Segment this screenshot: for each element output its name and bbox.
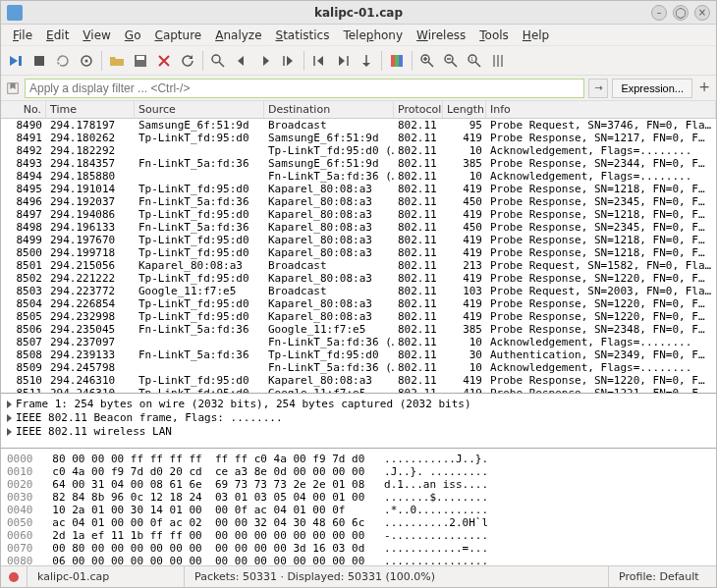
- find-icon[interactable]: [207, 50, 229, 72]
- svg-rect-8: [395, 55, 399, 67]
- hex-row[interactable]: 0070 00 80 00 00 00 00 00 00 00 00 00 00…: [7, 542, 710, 555]
- close-file-icon[interactable]: [153, 50, 175, 72]
- packet-list-body[interactable]: 8490294.178197SamsungE_6f:51:9dBroadcast…: [1, 119, 716, 393]
- expand-icon[interactable]: [7, 401, 12, 408]
- packet-row[interactable]: 8510294.246310Tp-LinkT_fd:95:d0Kaparel_8…: [1, 374, 716, 387]
- col-header-no[interactable]: No.: [1, 101, 46, 118]
- packet-row[interactable]: 8502294.221222Tp-LinkT_fd:95:d0Kaparel_8…: [1, 272, 716, 285]
- menu-analyze[interactable]: Analyze: [209, 27, 267, 44]
- col-header-source[interactable]: Source: [135, 101, 264, 118]
- status-profile[interactable]: Profile: Default: [608, 566, 716, 587]
- hex-row[interactable]: 0000 80 00 00 00 ff ff ff ff ff ff c0 4a…: [7, 453, 710, 465]
- packet-row[interactable]: 8500294.199718Tp-LinkT_fd:95:d0Kaparel_8…: [1, 246, 716, 259]
- col-header-info[interactable]: Info: [486, 101, 716, 118]
- menu-wireless[interactable]: Wireless: [411, 27, 471, 44]
- hex-row[interactable]: 0060 2d 1a ef 11 1b ff ff 00 00 00 00 00…: [7, 529, 710, 542]
- packet-row[interactable]: 8509294.245798Fn-LinkT_5a:fd:36 (…802.11…: [1, 361, 716, 374]
- packet-row[interactable]: 8493294.184357Fn-LinkT_5a:fd:36SamsungE_…: [1, 157, 716, 170]
- add-filter-button[interactable]: +: [696, 79, 712, 98]
- hex-row[interactable]: 0020 64 00 31 04 00 08 61 6e 69 73 73 73…: [7, 478, 710, 491]
- resize-columns-icon[interactable]: [487, 50, 509, 72]
- reload-icon[interactable]: [177, 50, 198, 72]
- packet-row[interactable]: 8504294.226854Tp-LinkT_fd:95:d0Kaparel_8…: [1, 297, 716, 310]
- packet-row[interactable]: 8503294.223772Google_11:f7:e5Broadcast80…: [1, 285, 716, 297]
- svg-rect-7: [391, 55, 395, 67]
- jump-to-icon[interactable]: [278, 50, 300, 72]
- save-file-icon[interactable]: [130, 50, 151, 72]
- svg-point-3: [85, 59, 88, 62]
- packet-row[interactable]: 8490294.178197SamsungE_6f:51:9dBroadcast…: [1, 119, 716, 132]
- window-title: kalipc-01.cap: [1, 6, 716, 20]
- hex-row[interactable]: 0040 10 2a 01 00 30 14 01 00 00 0f ac 04…: [7, 504, 710, 516]
- menu-tools[interactable]: Tools: [473, 27, 515, 44]
- packet-row[interactable]: 8507294.237097Fn-LinkT_5a:fd:36 (…802.11…: [1, 336, 716, 348]
- packet-row[interactable]: 8494294.185880Fn-LinkT_5a:fd:36 (…802.11…: [1, 170, 716, 183]
- menu-view[interactable]: View: [77, 27, 116, 44]
- hex-row[interactable]: 0030 82 84 8b 96 0c 12 18 24 03 01 03 05…: [7, 491, 710, 504]
- zoom-in-icon[interactable]: [416, 50, 438, 72]
- stop-capture-icon[interactable]: [28, 50, 50, 72]
- packet-row[interactable]: 8497294.194086Tp-LinkT_fd:95:d0Kaparel_8…: [1, 208, 716, 221]
- apply-filter-button[interactable]: →: [588, 79, 608, 98]
- packet-details-pane[interactable]: Frame 1: 254 bytes on wire (2032 bits), …: [1, 394, 716, 449]
- menu-telephony[interactable]: Telephony: [337, 27, 409, 44]
- packet-row[interactable]: 8491294.180262Tp-LinkT_fd:95:d0SamsungE_…: [1, 132, 716, 144]
- packet-row[interactable]: 8511294.246310Tp-LinkT_fd:95:d0Google_11…: [1, 387, 716, 393]
- close-button[interactable]: ×: [694, 5, 710, 21]
- packet-row[interactable]: 8492294.182292Tp-LinkT_fd:95:d0 (…802.11…: [1, 144, 716, 157]
- svg-rect-0: [19, 56, 22, 66]
- col-header-protocol[interactable]: Protocol: [394, 101, 443, 118]
- packet-row[interactable]: 8499294.197670Tp-LinkT_fd:95:d0Kaparel_8…: [1, 234, 716, 246]
- bookmark-filter-icon[interactable]: [5, 80, 21, 96]
- expand-icon[interactable]: [7, 414, 12, 422]
- col-header-length[interactable]: Length: [443, 101, 486, 118]
- expand-icon[interactable]: [7, 428, 12, 436]
- packet-list-pane[interactable]: No. Time Source Destination Protocol Len…: [1, 101, 716, 394]
- packet-row[interactable]: 8505294.232998Tp-LinkT_fd:95:d0Kaparel_8…: [1, 310, 716, 323]
- menu-statistics[interactable]: Statistics: [270, 27, 336, 44]
- status-file: kalipc-01.cap: [27, 566, 184, 587]
- restart-capture-icon[interactable]: [52, 50, 74, 72]
- auto-scroll-icon[interactable]: [356, 50, 377, 72]
- go-forward-icon[interactable]: [254, 50, 276, 72]
- packet-row[interactable]: 8501294.215056Kaparel_80:08:a3Broadcast8…: [1, 259, 716, 272]
- expression-button[interactable]: Expression...: [612, 79, 692, 98]
- maximize-button[interactable]: ◯: [673, 5, 689, 21]
- detail-tree-item[interactable]: IEEE 802.11 wireless LAN: [7, 425, 710, 439]
- zoom-reset-icon[interactable]: 1: [464, 50, 485, 72]
- open-file-icon[interactable]: [106, 50, 128, 72]
- svg-rect-5: [137, 56, 144, 60]
- menu-edit[interactable]: Edit: [40, 27, 75, 44]
- menu-go[interactable]: Go: [119, 27, 147, 44]
- minimize-button[interactable]: –: [651, 5, 667, 21]
- packet-list-header[interactable]: No. Time Source Destination Protocol Len…: [1, 101, 716, 119]
- menu-capture[interactable]: Capture: [148, 27, 207, 44]
- hex-row[interactable]: 0050 ac 04 01 00 00 0f ac 02 00 00 32 04…: [7, 516, 710, 529]
- menubar: FileEditViewGoCaptureAnalyzeStatisticsTe…: [1, 25, 716, 46]
- packet-row[interactable]: 8506294.235045Fn-LinkT_5a:fd:36Google_11…: [1, 323, 716, 336]
- col-header-time[interactable]: Time: [46, 101, 135, 118]
- display-filter-input[interactable]: [25, 79, 584, 98]
- go-last-icon[interactable]: [332, 50, 354, 72]
- packet-bytes-pane[interactable]: 0000 80 00 00 00 ff ff ff ff ff ff c0 4a…: [1, 449, 716, 565]
- go-first-icon[interactable]: [308, 50, 330, 72]
- packet-row[interactable]: 8496294.192037Fn-LinkT_5a:fd:36Kaparel_8…: [1, 195, 716, 208]
- packet-row[interactable]: 8508294.239133Fn-LinkT_5a:fd:36Tp-LinkT_…: [1, 348, 716, 361]
- colorize-icon[interactable]: [386, 50, 408, 72]
- go-back-icon[interactable]: [231, 50, 252, 72]
- packet-row[interactable]: 8498294.196133Fn-LinkT_5a:fd:36Kaparel_8…: [1, 221, 716, 234]
- zoom-out-icon[interactable]: [440, 50, 462, 72]
- col-header-destination[interactable]: Destination: [264, 101, 394, 118]
- packet-row[interactable]: 8495294.191014Tp-LinkT_fd:95:d0Kaparel_8…: [1, 183, 716, 195]
- detail-tree-item[interactable]: IEEE 802.11 Beacon frame, Flags: .......…: [7, 411, 710, 425]
- menu-help[interactable]: Help: [517, 27, 555, 44]
- hex-row[interactable]: 0010 c0 4a 00 f9 7d d0 20 cd ce a3 8e 0d…: [7, 465, 710, 478]
- start-capture-icon[interactable]: [5, 50, 27, 72]
- svg-point-6: [212, 55, 220, 63]
- detail-tree-item[interactable]: Frame 1: 254 bytes on wire (2032 bits), …: [7, 398, 710, 411]
- menu-file[interactable]: File: [7, 27, 38, 44]
- capture-options-icon[interactable]: [76, 50, 97, 72]
- hex-row[interactable]: 0080 06 00 00 00 00 00 00 00 00 00 00 00…: [7, 555, 710, 565]
- expert-info-icon[interactable]: [9, 572, 19, 582]
- svg-rect-9: [399, 55, 403, 67]
